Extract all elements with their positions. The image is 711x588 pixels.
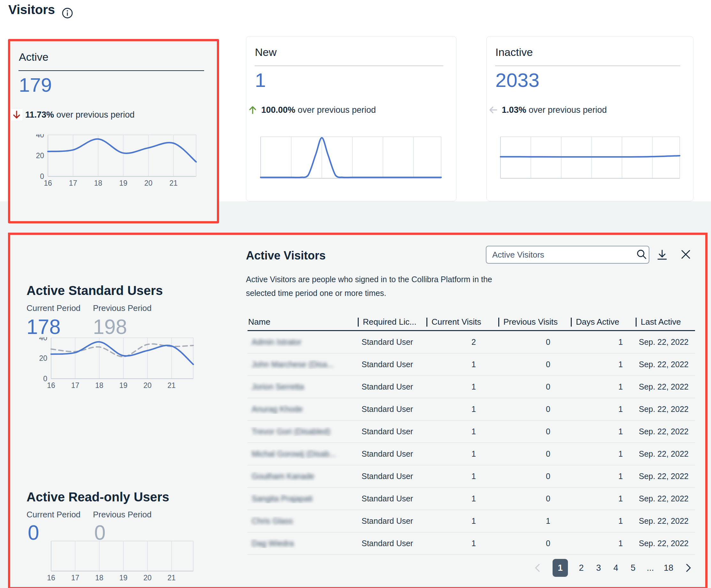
svg-text:18: 18 xyxy=(95,381,104,390)
column-header-last-active[interactable]: Last Active xyxy=(635,317,695,327)
card-new-visitors[interactable]: New 1 100.00% over previous period xyxy=(246,36,456,201)
page-button[interactable]: 1 xyxy=(553,559,568,577)
svg-text:40: 40 xyxy=(36,134,44,139)
previous-visits-cell: 0 xyxy=(498,494,571,503)
card-active-visitors[interactable]: Active 179 11.73% over previous period 0… xyxy=(8,39,219,223)
previous-visits-cell: 0 xyxy=(498,449,571,459)
last-active-cell: Sep. 22, 2022 xyxy=(635,539,695,548)
svg-text:21: 21 xyxy=(169,179,178,187)
days-active-cell: 1 xyxy=(571,382,635,392)
days-active-cell: 1 xyxy=(571,539,635,548)
column-header-name[interactable]: Name xyxy=(247,317,358,327)
standard-users-current-value: 178 xyxy=(26,315,61,338)
column-header-required-license[interactable]: Required Lic... xyxy=(358,317,426,327)
previous-period-label: Previous Period xyxy=(93,303,152,313)
previous-visits-cell: 0 xyxy=(498,382,571,392)
card-divider xyxy=(255,65,443,66)
download-icon[interactable] xyxy=(655,248,669,262)
chevron-right-icon[interactable] xyxy=(683,562,694,574)
last-active-cell: Sep. 22, 2022 xyxy=(635,517,695,526)
current-visits-cell: 2 xyxy=(426,337,498,347)
last-active-cell: Sep. 22, 2022 xyxy=(635,360,695,369)
svg-text:17: 17 xyxy=(69,179,77,187)
table-row[interactable]: John Marchese (Disa... Standard User 1 0… xyxy=(247,353,695,376)
readonly-users-chart: 161718192021 xyxy=(33,540,194,583)
days-active-cell: 1 xyxy=(571,427,635,436)
card-inactive-visitors[interactable]: Inactive 2033 1.03% over previous period xyxy=(487,36,693,201)
svg-text:0: 0 xyxy=(43,375,47,383)
svg-text:20: 20 xyxy=(144,381,152,390)
page-button[interactable]: 3 xyxy=(595,563,602,573)
svg-text:19: 19 xyxy=(119,381,127,390)
required-license-cell: Standard User xyxy=(358,360,426,369)
svg-text:20: 20 xyxy=(144,179,153,187)
arrow-left-icon xyxy=(488,104,499,116)
visitor-name: Anurag Khode xyxy=(252,404,303,414)
required-license-cell: Standard User xyxy=(358,517,426,526)
table-row[interactable]: Sangita Prajapati Standard User 1 0 1 Se… xyxy=(247,488,695,510)
current-visits-cell: 1 xyxy=(426,427,498,436)
svg-text:16: 16 xyxy=(47,574,55,582)
info-icon[interactable] xyxy=(61,7,73,19)
svg-text:16: 16 xyxy=(47,381,55,390)
standard-users-previous-value: 198 xyxy=(93,315,127,338)
table-row[interactable]: Trevor Gori (Disabled) Standard User 1 0… xyxy=(247,421,695,443)
delta-text: over previous period xyxy=(529,105,607,115)
page-list: 12345...18 xyxy=(553,559,673,577)
table-row[interactable]: Jorion Serretta Standard User 1 0 1 Sep.… xyxy=(247,376,695,398)
svg-text:19: 19 xyxy=(119,574,127,582)
table-row[interactable]: Michal Gorowij (Disab... Standard User 1… xyxy=(247,443,695,465)
svg-text:40: 40 xyxy=(39,337,47,342)
svg-text:17: 17 xyxy=(71,574,80,582)
svg-text:18: 18 xyxy=(94,179,102,187)
table-row[interactable]: Anurag Khode Standard User 1 0 1 Sep. 22… xyxy=(247,398,695,421)
active-trend-chart: 02040161718192021 xyxy=(33,134,197,189)
svg-text:18: 18 xyxy=(95,574,104,582)
active-visitors-title: Active Visitors xyxy=(246,249,325,262)
visitor-name: Dag Wiedra xyxy=(252,539,294,548)
search-box[interactable] xyxy=(486,246,649,264)
card-divider xyxy=(19,70,204,71)
days-active-cell: 1 xyxy=(571,494,635,503)
page-button[interactable]: ... xyxy=(646,563,654,573)
close-icon[interactable] xyxy=(678,247,693,262)
card-value: 2033 xyxy=(495,69,539,91)
required-license-cell: Standard User xyxy=(358,337,426,347)
arrow-down-icon xyxy=(11,109,22,121)
previous-visits-cell: 0 xyxy=(498,404,571,414)
required-license-cell: Standard User xyxy=(358,494,426,503)
card-delta: 11.73% over previous period xyxy=(11,109,134,121)
card-value: 179 xyxy=(19,74,52,96)
page-button[interactable]: 2 xyxy=(578,563,585,573)
svg-text:17: 17 xyxy=(71,381,80,390)
required-license-cell: Standard User xyxy=(358,427,426,436)
page-button[interactable]: 18 xyxy=(664,563,673,573)
last-active-cell: Sep. 22, 2022 xyxy=(635,382,695,392)
search-icon[interactable] xyxy=(635,248,649,262)
days-active-cell: 1 xyxy=(571,360,635,369)
page-button[interactable]: 4 xyxy=(612,563,620,573)
table-row[interactable]: Admin Istrator Standard User 2 0 1 Sep. … xyxy=(247,331,695,353)
page-button[interactable]: 5 xyxy=(629,563,637,573)
last-active-cell: Sep. 22, 2022 xyxy=(635,427,695,436)
table-row[interactable]: Chris Glass Standard User 1 1 1 Sep. 22,… xyxy=(247,510,695,532)
standard-users-chart: 02040161718192021 xyxy=(33,337,194,391)
required-license-cell: Standard User xyxy=(358,539,426,548)
card-title: Inactive xyxy=(495,46,533,59)
readonly-users-title: Active Read-only Users xyxy=(26,490,169,504)
column-header-previous-visits[interactable]: Previous Visits xyxy=(498,317,571,327)
previous-visits-cell: 1 xyxy=(498,517,571,526)
days-active-cell: 1 xyxy=(571,472,635,481)
column-header-current-visits[interactable]: Current Visits xyxy=(426,317,498,327)
visitor-name: Michal Gorowij (Disab... xyxy=(252,449,336,458)
table-row[interactable]: Goutham Kanade Standard User 1 0 1 Sep. … xyxy=(247,465,695,488)
search-input[interactable] xyxy=(487,250,635,260)
chevron-left-icon[interactable] xyxy=(532,562,543,574)
table-row[interactable]: Dag Wiedra Standard User 1 0 1 Sep. 22, … xyxy=(247,532,695,555)
visitor-name: Trevor Gori (Disabled) xyxy=(252,427,330,436)
column-header-days-active[interactable]: Days Active xyxy=(571,317,635,327)
arrow-up-icon xyxy=(247,104,258,116)
previous-visits-cell: 0 xyxy=(498,472,571,481)
card-title: Active xyxy=(19,51,48,63)
required-license-cell: Standard User xyxy=(358,472,426,481)
